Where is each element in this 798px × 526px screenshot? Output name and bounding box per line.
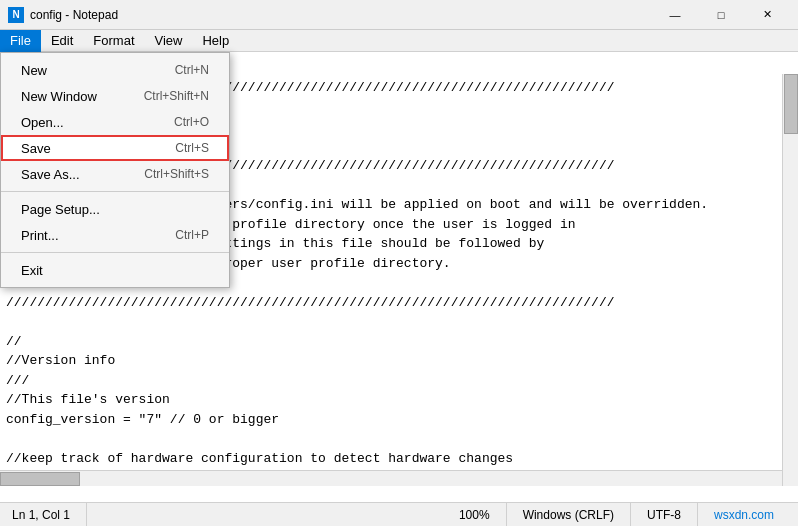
menu-item-save-shortcut: Ctrl+S	[175, 141, 209, 155]
vertical-scrollbar-thumb[interactable]	[784, 74, 798, 134]
menu-item-exit[interactable]: Exit	[1, 257, 229, 283]
title-bar: N config - Notepad — □ ✕	[0, 0, 798, 30]
status-extra-text: wsxdn.com	[714, 508, 774, 522]
app-icon: N	[8, 7, 24, 23]
menu-edit[interactable]: Edit	[41, 30, 83, 52]
close-button[interactable]: ✕	[744, 0, 790, 30]
menu-item-save-label: Save	[21, 141, 51, 156]
status-encoding: UTF-8	[631, 503, 698, 526]
status-extra: wsxdn.com	[698, 503, 790, 526]
status-encoding-text: UTF-8	[647, 508, 681, 522]
menu-item-open[interactable]: Open... Ctrl+O	[1, 109, 229, 135]
menu-item-save[interactable]: Save Ctrl+S	[1, 135, 229, 161]
menu-item-page-setup[interactable]: Page Setup...	[1, 196, 229, 222]
menu-bar: File Edit Format View Help	[0, 30, 798, 52]
menu-item-new-window-shortcut: Ctrl+Shift+N	[144, 89, 209, 103]
status-bar: Ln 1, Col 1 100% Windows (CRLF) UTF-8 ws…	[0, 502, 798, 526]
status-zoom-text: 100%	[459, 508, 490, 522]
status-zoom: 100%	[443, 503, 507, 526]
horizontal-scrollbar[interactable]	[0, 470, 782, 486]
minimize-button[interactable]: —	[652, 0, 698, 30]
menu-item-exit-label: Exit	[21, 263, 43, 278]
menu-help[interactable]: Help	[192, 30, 239, 52]
menu-item-new-shortcut: Ctrl+N	[175, 63, 209, 77]
window-title: config - Notepad	[30, 8, 652, 22]
menu-file[interactable]: File	[0, 30, 41, 52]
horizontal-scrollbar-thumb[interactable]	[0, 472, 80, 486]
status-line-col-text: Ln 1, Col 1	[12, 508, 70, 522]
file-menu-dropdown: New Ctrl+N New Window Ctrl+Shift+N Open.…	[0, 52, 230, 288]
menu-item-print[interactable]: Print... Ctrl+P	[1, 222, 229, 248]
menu-view[interactable]: View	[145, 30, 193, 52]
status-line-ending: Windows (CRLF)	[507, 503, 631, 526]
menu-item-save-as-label: Save As...	[21, 167, 80, 182]
menu-format[interactable]: Format	[83, 30, 144, 52]
separator-2	[1, 252, 229, 253]
menu-item-new[interactable]: New Ctrl+N	[1, 57, 229, 83]
window-controls: — □ ✕	[652, 0, 790, 30]
separator-1	[1, 191, 229, 192]
menu-item-page-setup-label: Page Setup...	[21, 202, 100, 217]
menu-item-new-window[interactable]: New Window Ctrl+Shift+N	[1, 83, 229, 109]
menu-item-open-label: Open...	[21, 115, 64, 130]
menu-item-save-as[interactable]: Save As... Ctrl+Shift+S	[1, 161, 229, 187]
menu-item-print-label: Print...	[21, 228, 59, 243]
maximize-button[interactable]: □	[698, 0, 744, 30]
menu-item-new-window-label: New Window	[21, 89, 97, 104]
menu-item-open-shortcut: Ctrl+O	[174, 115, 209, 129]
menu-item-print-shortcut: Ctrl+P	[175, 228, 209, 242]
menu-item-new-label: New	[21, 63, 47, 78]
status-line-ending-text: Windows (CRLF)	[523, 508, 614, 522]
status-line-col: Ln 1, Col 1	[8, 503, 87, 526]
file-dropdown-panel: New Ctrl+N New Window Ctrl+Shift+N Open.…	[0, 52, 230, 288]
vertical-scrollbar[interactable]	[782, 74, 798, 486]
menu-item-save-as-shortcut: Ctrl+Shift+S	[144, 167, 209, 181]
